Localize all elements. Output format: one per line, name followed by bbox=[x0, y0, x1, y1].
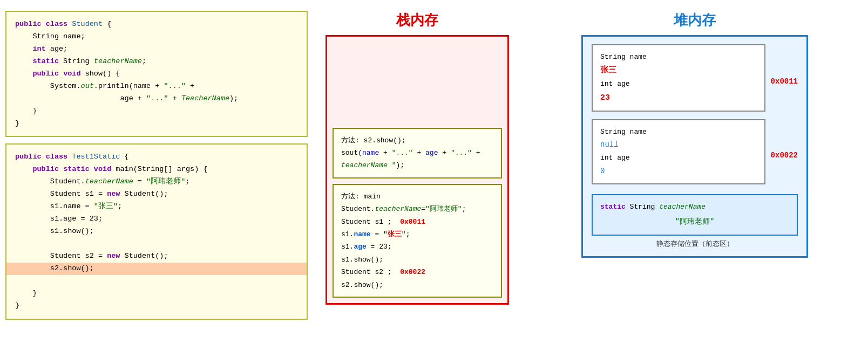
student-class-code: public class Student { String name; int … bbox=[5, 11, 308, 137]
heap-addr-2: 0x0022 bbox=[771, 151, 798, 160]
heap-obj1-name-val: 张三 bbox=[600, 63, 757, 78]
heap-title: 堆内存 bbox=[674, 11, 716, 30]
heap-object-2: String name null int age 0 bbox=[592, 119, 765, 184]
heap-object-1: String name 张三 int age 23 bbox=[592, 44, 765, 112]
static-storage-box: static String teacherName "阿玮老师" bbox=[592, 194, 798, 236]
stack-frame-main: 方法: main Student.teacherName="阿玮老师"; Stu… bbox=[333, 184, 502, 298]
static-area-label: 静态存储位置（前态区） bbox=[592, 239, 798, 249]
right-panel: 堆内存 String name 张三 int age 23 0x0011 Str… bbox=[527, 11, 863, 258]
stack-memory-area: 方法: s2.show(); sout(name + "..." + age +… bbox=[326, 35, 509, 305]
middle-panel: 栈内存 方法: s2.show(); sout(name + "..." + a… bbox=[317, 11, 517, 305]
heap-obj1-age-val: 23 bbox=[600, 91, 757, 105]
heap-obj2-name-val: null bbox=[600, 138, 757, 152]
test1static-class-code: public class Test1Static { public static… bbox=[5, 143, 308, 319]
stack-title: 栈内存 bbox=[396, 11, 438, 30]
stack-frame-show: 方法: s2.show(); sout(name + "..." + age +… bbox=[333, 128, 502, 178]
heap-memory-area: String name 张三 int age 23 0x0011 String … bbox=[581, 35, 808, 258]
left-panel: public class Student { String name; int … bbox=[5, 11, 308, 320]
static-value: "阿玮老师" bbox=[600, 215, 789, 229]
heap-obj2-age-val: 0 bbox=[600, 164, 757, 178]
heap-addr-1: 0x0011 bbox=[771, 77, 798, 86]
